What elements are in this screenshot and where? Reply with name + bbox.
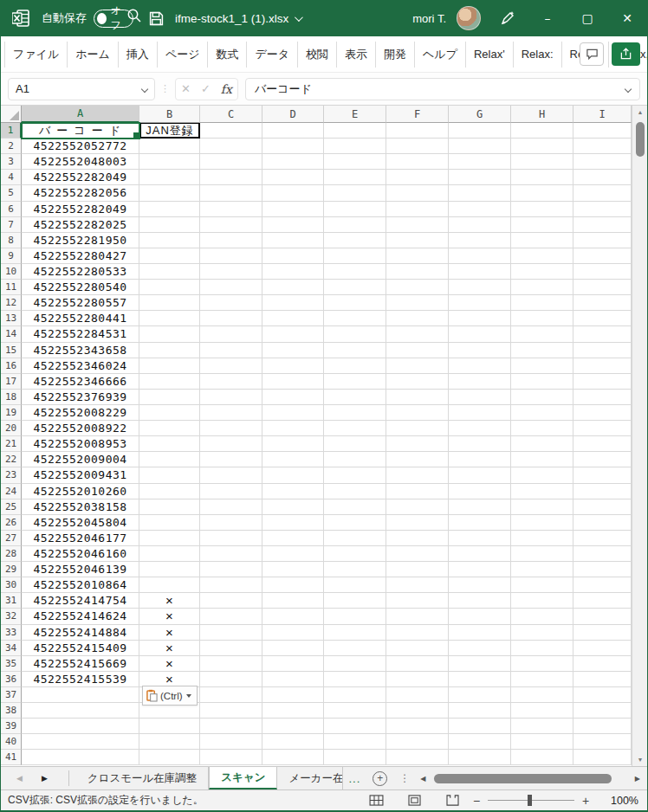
cell-E13[interactable] bbox=[324, 311, 386, 326]
formula-input[interactable]: バーコード bbox=[245, 78, 640, 100]
column-header-E[interactable]: E bbox=[324, 106, 386, 123]
zoom-in-button[interactable]: + bbox=[576, 794, 595, 808]
row-header-3[interactable]: 3 bbox=[1, 154, 22, 170]
cell-C17[interactable] bbox=[200, 374, 262, 390]
cell-E17[interactable] bbox=[324, 374, 386, 390]
row-header-33[interactable]: 33 bbox=[1, 625, 22, 641]
cell-E10[interactable] bbox=[324, 264, 386, 280]
cell-E8[interactable] bbox=[324, 233, 386, 248]
scroll-down-icon[interactable]: ▼ bbox=[632, 753, 647, 766]
cell-I20[interactable] bbox=[573, 421, 632, 436]
cell-D17[interactable] bbox=[262, 374, 324, 390]
ribbon-tab-1[interactable]: ファイル bbox=[4, 42, 68, 68]
cell-G1[interactable] bbox=[449, 123, 511, 139]
cell-B9[interactable] bbox=[139, 248, 200, 264]
cell-E9[interactable] bbox=[324, 248, 386, 264]
cell-F28[interactable] bbox=[386, 546, 449, 562]
cell-G29[interactable] bbox=[449, 562, 511, 577]
cell-B41[interactable] bbox=[139, 750, 200, 765]
cell-E41[interactable] bbox=[324, 750, 386, 765]
cell-D22[interactable] bbox=[262, 452, 324, 467]
cell-B34[interactable]: × bbox=[139, 641, 200, 656]
cell-G23[interactable] bbox=[449, 467, 511, 483]
horizontal-scroll-thumb[interactable] bbox=[434, 774, 612, 783]
cell-F3[interactable] bbox=[386, 154, 449, 170]
cell-F34[interactable] bbox=[386, 641, 449, 656]
cell-H30[interactable] bbox=[511, 577, 573, 593]
cell-B25[interactable] bbox=[139, 499, 200, 515]
cell-I33[interactable] bbox=[573, 625, 632, 641]
cell-E32[interactable] bbox=[324, 609, 386, 624]
cell-H20[interactable] bbox=[511, 421, 573, 436]
cell-E39[interactable] bbox=[324, 719, 386, 734]
tab-overflow-indicator[interactable]: ... bbox=[343, 767, 366, 789]
cell-F5[interactable] bbox=[386, 185, 449, 201]
cell-G41[interactable] bbox=[449, 750, 511, 765]
user-name[interactable]: mori T. bbox=[412, 12, 446, 25]
cell-C6[interactable] bbox=[200, 202, 262, 217]
cell-A13[interactable]: 4522552280441 bbox=[22, 311, 139, 326]
cell-I14[interactable] bbox=[573, 326, 632, 342]
cell-H35[interactable] bbox=[511, 656, 573, 672]
cell-F40[interactable] bbox=[386, 734, 449, 750]
cell-C19[interactable] bbox=[200, 405, 262, 421]
cell-C37[interactable] bbox=[200, 687, 262, 703]
cell-H37[interactable] bbox=[511, 687, 573, 703]
cell-G33[interactable] bbox=[449, 625, 511, 641]
row-header-20[interactable]: 20 bbox=[1, 421, 22, 436]
cell-F26[interactable] bbox=[386, 515, 449, 531]
cell-E4[interactable] bbox=[324, 170, 386, 185]
cell-I39[interactable] bbox=[573, 719, 632, 734]
cell-I17[interactable] bbox=[573, 374, 632, 390]
cell-B32[interactable]: × bbox=[139, 609, 200, 624]
cell-A11[interactable]: 4522552280540 bbox=[22, 280, 139, 295]
cell-H7[interactable] bbox=[511, 217, 573, 233]
cell-G40[interactable] bbox=[449, 734, 511, 750]
cell-I19[interactable] bbox=[573, 405, 632, 421]
cell-I23[interactable] bbox=[573, 467, 632, 483]
cell-H11[interactable] bbox=[511, 280, 573, 295]
cell-G15[interactable] bbox=[449, 343, 511, 358]
cell-H38[interactable] bbox=[511, 703, 573, 719]
row-header-18[interactable]: 18 bbox=[1, 390, 22, 405]
cell-H41[interactable] bbox=[511, 750, 573, 765]
cell-A31[interactable]: 4522552414754 bbox=[22, 593, 139, 609]
cell-E29[interactable] bbox=[324, 562, 386, 577]
cell-G38[interactable] bbox=[449, 703, 511, 719]
column-header-F[interactable]: F bbox=[386, 106, 449, 123]
user-avatar[interactable] bbox=[457, 6, 481, 30]
cell-A39[interactable] bbox=[22, 719, 139, 734]
ribbon-tab-7[interactable]: 校閲 bbox=[298, 42, 337, 68]
cell-A20[interactable]: 4522552008922 bbox=[22, 421, 139, 436]
cell-E27[interactable] bbox=[324, 531, 386, 546]
cell-F39[interactable] bbox=[386, 719, 449, 734]
cell-F9[interactable] bbox=[386, 248, 449, 264]
row-header-34[interactable]: 34 bbox=[1, 641, 22, 656]
column-header-C[interactable]: C bbox=[200, 106, 262, 123]
cell-D20[interactable] bbox=[262, 421, 324, 436]
cell-C3[interactable] bbox=[200, 154, 262, 170]
cell-G7[interactable] bbox=[449, 217, 511, 233]
cell-F13[interactable] bbox=[386, 311, 449, 326]
row-header-26[interactable]: 26 bbox=[1, 515, 22, 531]
cell-A12[interactable]: 4522552280557 bbox=[22, 295, 139, 311]
cell-C34[interactable] bbox=[200, 641, 262, 656]
cell-I6[interactable] bbox=[573, 202, 632, 217]
cell-G16[interactable] bbox=[449, 358, 511, 374]
row-header-23[interactable]: 23 bbox=[1, 467, 22, 483]
cell-E24[interactable] bbox=[324, 484, 386, 499]
cell-E40[interactable] bbox=[324, 734, 386, 750]
cell-H21[interactable] bbox=[511, 436, 573, 452]
cell-B22[interactable] bbox=[139, 452, 200, 467]
kebab-menu-icon[interactable]: ⋮ bbox=[399, 772, 410, 784]
cell-E15[interactable] bbox=[324, 343, 386, 358]
cell-A26[interactable]: 4522552045804 bbox=[22, 515, 139, 531]
cell-D2[interactable] bbox=[262, 139, 324, 154]
cell-A3[interactable]: 4522552048003 bbox=[22, 154, 139, 170]
cell-B18[interactable] bbox=[139, 390, 200, 405]
cell-F14[interactable] bbox=[386, 326, 449, 342]
cell-C36[interactable] bbox=[200, 672, 262, 687]
ribbon-tab-6[interactable]: データ bbox=[247, 42, 298, 68]
cell-I5[interactable] bbox=[573, 185, 632, 201]
cell-F38[interactable] bbox=[386, 703, 449, 719]
